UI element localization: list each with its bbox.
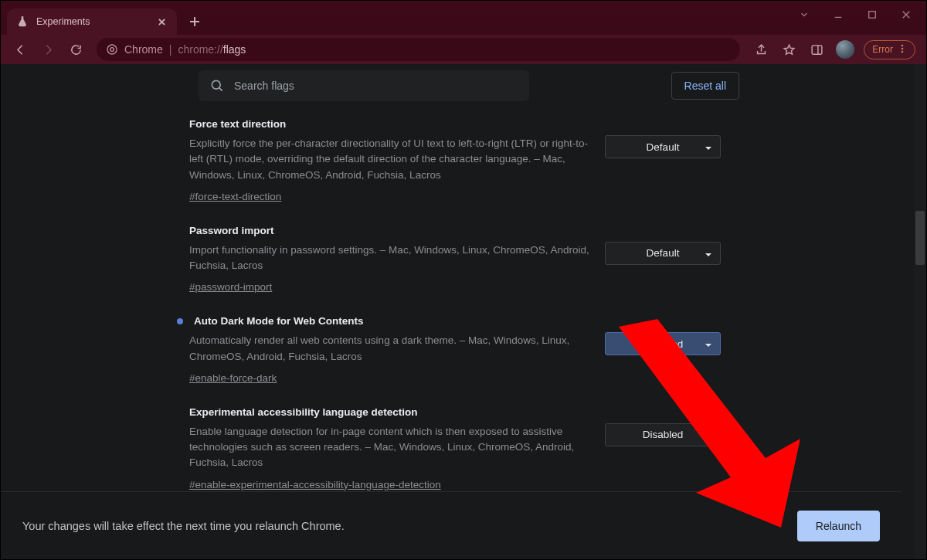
close-tab-button[interactable]: [155, 15, 168, 28]
minimize-button[interactable]: [821, 3, 855, 26]
tab-strip: Experiments: [1, 1, 926, 35]
relaunch-button[interactable]: Relaunch: [797, 511, 880, 541]
chevron-down-icon: [705, 144, 712, 152]
experiment-select[interactable]: Disabled: [605, 332, 721, 355]
experiment-description: Automatically render all web contents us…: [189, 333, 591, 365]
side-panel-button[interactable]: [803, 38, 830, 61]
window-controls: [787, 1, 923, 29]
svg-point-2: [110, 48, 114, 52]
svg-rect-3: [812, 45, 822, 53]
new-tab-button[interactable]: [183, 10, 206, 33]
back-button[interactable]: [7, 38, 33, 61]
toolbar-right: Error: [748, 38, 920, 61]
url-path: flags: [223, 43, 246, 56]
experiment-title: Auto Dark Mode for Web Contents: [189, 315, 591, 327]
scrollbar-thumb[interactable]: [915, 211, 925, 265]
error-label: Error: [872, 44, 893, 55]
tab-search-button[interactable]: [787, 3, 821, 26]
experiment-item: Auto Dark Mode for Web ContentsAutomatic…: [189, 315, 721, 406]
svg-point-6: [902, 50, 904, 53]
experiment-item: Password importImport functionality in p…: [189, 225, 721, 316]
experiment-hash-link[interactable]: #password-import: [189, 281, 272, 293]
chevron-down-icon: [705, 251, 712, 259]
experiment-hash-link[interactable]: #enable-force-dark: [189, 372, 277, 384]
address-bar[interactable]: Chrome | chrome://flags: [97, 38, 740, 61]
experiment-select-value: Disabled: [643, 338, 684, 350]
svg-point-4: [902, 44, 904, 46]
experiment-select-value: Disabled: [643, 429, 684, 440]
close-window-button[interactable]: [889, 3, 923, 26]
chevron-down-icon: [705, 433, 712, 440]
bookmark-button[interactable]: [776, 38, 802, 61]
experiment-title: Experimental accessibility language dete…: [189, 406, 591, 418]
browser-window: Experiments: [0, 0, 927, 560]
experiment-hash-link[interactable]: #enable-experimental-accessibility-langu…: [189, 479, 441, 490]
relaunch-bar: Your changes will take effect the next t…: [1, 491, 902, 559]
experiment-select[interactable]: Disabled: [605, 423, 721, 446]
experiment-item: Force text directionExplicitly force the…: [189, 118, 721, 225]
search-icon: [209, 78, 225, 93]
chevron-down-icon: [705, 341, 712, 349]
experiment-select[interactable]: Default: [605, 135, 721, 158]
page-viewport: Search flags Reset all Force text direct…: [1, 64, 926, 559]
scroll-region[interactable]: Search flags Reset all Force text direct…: [1, 64, 914, 559]
svg-point-7: [212, 80, 220, 89]
maximize-button[interactable]: [855, 3, 889, 26]
chrome-icon: [106, 43, 118, 56]
experiment-hash-link[interactable]: #force-text-direction: [189, 191, 281, 202]
browser-tab[interactable]: Experiments: [7, 8, 177, 35]
share-button[interactable]: [748, 38, 774, 61]
experiments-list: Force text directionExplicitly force the…: [189, 118, 721, 513]
profile-avatar[interactable]: [836, 40, 854, 59]
error-menu-button[interactable]: Error: [864, 40, 915, 59]
url-separator: |: [169, 43, 172, 56]
svg-point-5: [902, 47, 904, 49]
forward-button[interactable]: [35, 38, 61, 61]
experiment-title: Password import: [189, 225, 591, 236]
reset-all-button[interactable]: Reset all: [671, 72, 739, 100]
modified-indicator-dot: [177, 318, 183, 324]
kebab-icon: [898, 44, 907, 56]
url-scheme-label: Chrome: [124, 43, 163, 56]
experiment-description: Import functionality in password setting…: [189, 243, 591, 274]
toolbar: Chrome | chrome://flags Error: [1, 35, 926, 64]
flags-topbar: Search flags Reset all: [1, 64, 914, 107]
experiment-select[interactable]: Default: [605, 242, 721, 265]
experiment-select-value: Default: [647, 247, 680, 259]
vertical-scrollbar[interactable]: [914, 64, 926, 559]
url-prefix: chrome://: [178, 43, 222, 56]
svg-point-1: [107, 45, 117, 54]
experiment-select-value: Default: [647, 141, 680, 153]
experiment-description: Enable language detection for in-page co…: [189, 424, 591, 471]
flask-icon: [16, 15, 29, 28]
search-input[interactable]: Search flags: [199, 70, 529, 101]
reload-button[interactable]: [63, 38, 89, 61]
tab-title: Experiments: [36, 16, 90, 27]
search-placeholder: Search flags: [234, 80, 294, 92]
experiment-description: Explicitly force the per-character direc…: [189, 136, 591, 183]
relaunch-message: Your changes will take effect the next t…: [22, 520, 345, 532]
svg-rect-0: [869, 12, 876, 19]
experiment-title: Force text direction: [189, 118, 591, 130]
